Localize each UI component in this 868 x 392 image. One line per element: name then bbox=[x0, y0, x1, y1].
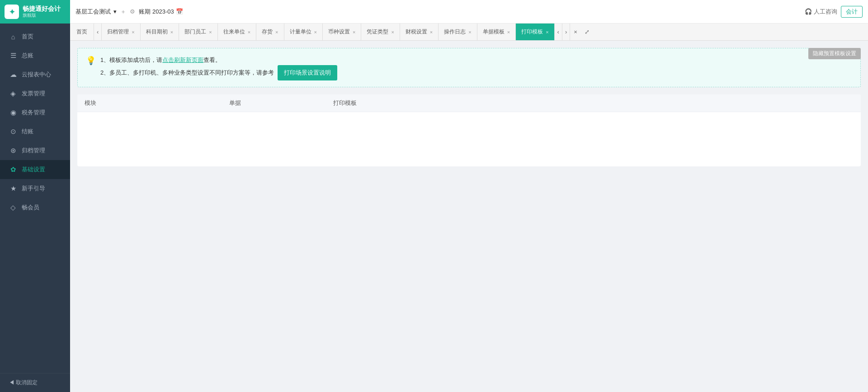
sidebar-item-tax[interactable]: ◉ 税务管理 bbox=[0, 103, 70, 122]
tab-subjects[interactable]: 科目期初 × bbox=[141, 24, 179, 40]
table-header: 模块 单据 打印模板 bbox=[77, 94, 861, 112]
tab-taxsettings[interactable]: 财税设置 × bbox=[400, 24, 439, 40]
bulb-icon: 💡 bbox=[86, 56, 96, 66]
close-icon[interactable]: × bbox=[275, 29, 278, 35]
close-icon[interactable]: × bbox=[170, 29, 173, 35]
close-icon[interactable]: × bbox=[546, 29, 548, 35]
tab-label: 部门员工 bbox=[184, 28, 206, 36]
tab-departments[interactable]: 部门员工 × bbox=[179, 24, 217, 40]
sidebar-item-guide[interactable]: ★ 新手引导 bbox=[0, 179, 70, 198]
calendar-icon[interactable]: 📅 bbox=[176, 8, 183, 15]
tab-label: 币种设置 bbox=[328, 28, 350, 36]
tab-label: 操作日志 bbox=[444, 28, 466, 36]
tab-close-all[interactable]: × bbox=[570, 24, 581, 40]
tab-home[interactable]: 首页 bbox=[70, 24, 94, 40]
checkout-icon: ⊙ bbox=[9, 128, 17, 136]
guide-icon: ★ bbox=[9, 184, 17, 193]
tab-bar: 首页 ‹ 归档管理 × 科目期初 × 部门员工 × 往来单位 × 存货 × 计量… bbox=[70, 24, 868, 41]
tab-nav-right[interactable]: › bbox=[562, 24, 570, 40]
tab-currency[interactable]: 币种设置 × bbox=[323, 24, 361, 40]
close-icon[interactable]: × bbox=[507, 29, 510, 35]
tab-oplog[interactable]: 操作日志 × bbox=[439, 24, 477, 40]
print-explain-button[interactable]: 打印场景设置说明 bbox=[278, 65, 337, 80]
sidebar-item-reports[interactable]: ☁ 云报表中心 bbox=[0, 65, 70, 84]
col-template: 打印模板 bbox=[326, 99, 861, 107]
tab-label: 财税设置 bbox=[406, 28, 427, 36]
sidebar-item-label: 发票管理 bbox=[22, 90, 45, 98]
print-template-table: 模块 单据 打印模板 bbox=[77, 94, 861, 166]
close-icon[interactable]: × bbox=[430, 29, 433, 35]
close-icon[interactable]: × bbox=[314, 29, 317, 35]
tab-nav-left[interactable]: ‹ bbox=[555, 24, 562, 40]
tab-label: 打印模板 bbox=[521, 28, 543, 36]
tab-label: 计量单位 bbox=[290, 28, 311, 36]
company-selector[interactable]: 基层工会测试 ▾ bbox=[75, 8, 117, 16]
tax-icon: ◉ bbox=[9, 109, 17, 117]
sidebar-item-settings[interactable]: ✿ 基础设置 bbox=[0, 160, 70, 179]
sidebar-item-home[interactable]: ⌂ 首页 bbox=[0, 27, 70, 46]
sidebar-item-invoice[interactable]: ◈ 发票管理 bbox=[0, 84, 70, 103]
tab-inventory[interactable]: 存货 × bbox=[256, 24, 284, 40]
close-icon[interactable]: × bbox=[391, 29, 394, 35]
sidebar-item-label: 首页 bbox=[22, 33, 33, 41]
home-icon: ⌂ bbox=[9, 33, 17, 41]
sidebar-item-ledger[interactable]: ☰ 总账 bbox=[0, 46, 70, 65]
tab-label: 首页 bbox=[76, 28, 87, 36]
tab-partners[interactable]: 往来单位 × bbox=[218, 24, 256, 40]
hide-template-button[interactable]: 隐藏预置模板设置 bbox=[808, 48, 861, 59]
sidebar-item-checkout[interactable]: ⊙ 结账 bbox=[0, 122, 70, 141]
sidebar-unpin[interactable]: ◀ 取消固定 bbox=[0, 373, 70, 392]
sidebar-item-label: 云报表中心 bbox=[22, 71, 51, 79]
cloud-icon: ☁ bbox=[9, 71, 17, 79]
logo-text: 畅捷通好会计 bbox=[23, 5, 61, 13]
close-icon[interactable]: × bbox=[353, 29, 355, 35]
company-name: 基层工会测试 bbox=[75, 8, 111, 16]
content-area: 隐藏预置模板设置 💡 1、模板添加成功后，请点击刷新新页面查看。 2、多员工、多… bbox=[70, 41, 868, 392]
refresh-link[interactable]: 点击刷新新页面 bbox=[162, 57, 203, 63]
col-module: 模块 bbox=[77, 99, 222, 107]
info-content: 1、模板添加成功后，请点击刷新新页面查看。 2、多员工、多打印机、多种业务类型设… bbox=[100, 55, 852, 80]
col-receipt: 单据 bbox=[222, 99, 326, 107]
tab-expand[interactable]: ⤢ bbox=[581, 24, 593, 40]
tab-printtemplate[interactable]: 打印模板 × bbox=[516, 24, 554, 40]
sidebar-item-member[interactable]: ◇ 畅会员 bbox=[0, 198, 70, 217]
topbar-plus-icon[interactable]: ＋ bbox=[120, 8, 126, 16]
member-icon: ◇ bbox=[9, 203, 17, 212]
sidebar-nav: ⌂ 首页 ☰ 总账 ☁ 云报表中心 ◈ 发票管理 ◉ 税务管理 ⊙ 结账 ⊛ 归… bbox=[0, 24, 70, 373]
sidebar-item-label: 新手引导 bbox=[22, 184, 45, 193]
account-button[interactable]: 会计 bbox=[841, 6, 863, 18]
support-button[interactable]: 🎧 人工咨询 bbox=[805, 8, 837, 16]
info-box: 💡 1、模板添加成功后，请点击刷新新页面查看。 2、多员工、多打印机、多种业务类… bbox=[77, 48, 861, 87]
tab-label: 科目期初 bbox=[146, 28, 168, 36]
sidebar-item-label: 总账 bbox=[22, 52, 33, 60]
tab-label: 往来单位 bbox=[223, 28, 245, 36]
sidebar-item-label: 畅会员 bbox=[22, 203, 39, 212]
topbar-gear-icon[interactable]: ⚙ bbox=[130, 8, 135, 15]
sidebar-item-label: 税务管理 bbox=[22, 109, 45, 117]
tab-measure[interactable]: 计量单位 × bbox=[284, 24, 323, 40]
tab-label: 单据模板 bbox=[483, 28, 505, 36]
archive-icon: ⊛ bbox=[9, 146, 17, 155]
close-icon[interactable]: × bbox=[468, 29, 471, 35]
tab-label: 存货 bbox=[262, 28, 273, 36]
ledger-icon: ☰ bbox=[9, 52, 17, 60]
topbar: 基层工会测试 ▾ ＋ ⚙ 账期 2023-03 📅 🎧 人工咨询 会计 bbox=[70, 0, 868, 24]
sidebar-item-label: 归档管理 bbox=[22, 146, 45, 155]
tab-label: 归档管理 bbox=[107, 28, 129, 36]
info-line-2: 2、多员工、多打印机、多种业务类型设置不同打印方案等，请参考 打印场景设置说明 bbox=[100, 65, 852, 80]
period-display: 账期 2023-03 📅 bbox=[139, 8, 183, 16]
tab-voucher[interactable]: 凭证类型 × bbox=[361, 24, 400, 40]
tab-nav-prev[interactable]: ‹ bbox=[94, 24, 102, 40]
topbar-right: 🎧 人工咨询 会计 bbox=[805, 6, 863, 18]
sidebar-item-archive[interactable]: ⊛ 归档管理 bbox=[0, 141, 70, 160]
tab-archive[interactable]: 归档管理 × bbox=[102, 24, 140, 40]
close-icon[interactable]: × bbox=[248, 29, 250, 35]
sidebar: ✦ 畅捷通好会计 旗舰版 ⌂ 首页 ☰ 总账 ☁ 云报表中心 ◈ 发票管理 ◉ … bbox=[0, 0, 70, 392]
headset-icon: 🎧 bbox=[805, 8, 812, 15]
main-area: 基层工会测试 ▾ ＋ ⚙ 账期 2023-03 📅 🎧 人工咨询 会计 首页 ‹… bbox=[70, 0, 868, 392]
tab-receipt[interactable]: 单据模板 × bbox=[477, 24, 516, 40]
invoice-icon: ◈ bbox=[9, 90, 17, 98]
logo-icon: ✦ bbox=[5, 5, 19, 19]
close-icon[interactable]: × bbox=[209, 29, 212, 35]
close-icon[interactable]: × bbox=[132, 29, 134, 35]
